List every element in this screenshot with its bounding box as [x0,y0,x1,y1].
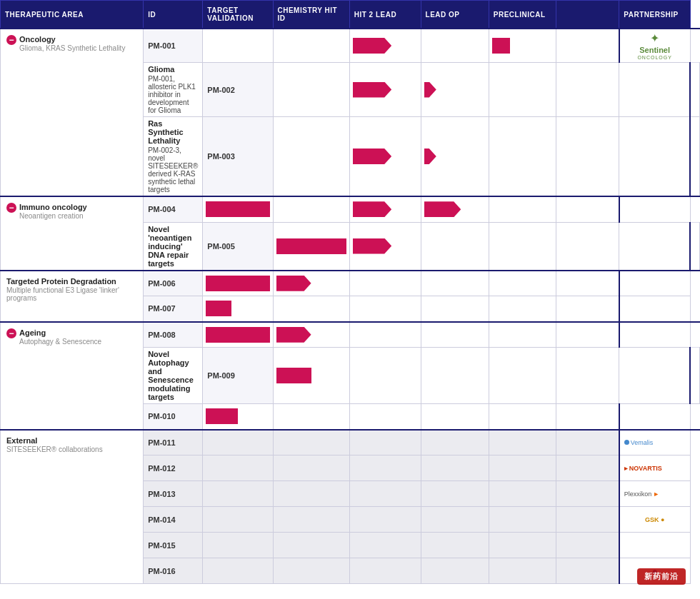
stage-cell-tv [203,558,273,584]
section-title: Immuno oncology [19,203,87,211]
col-header-h2l: HIT 2 LEAD [349,1,421,29]
partner-cell [619,271,690,296]
id-cell: PM-015 [144,533,203,558]
id-cell: PM-004 [144,196,203,222]
stage-cell-chi [349,63,421,117]
stage-cell-h2l [349,507,421,533]
stage-cell-tv [203,404,273,430]
stage-cell-tv [203,296,273,322]
program-desc: PM-001, allosteric PLK1 inhibitor in dev… [148,75,198,114]
stage-cell-h2l [349,404,421,430]
stage-cell-pc [489,271,556,296]
stage-cell-lo [421,507,489,533]
program-title: Novel 'neoantigen inducing' DNA repair t… [148,225,198,268]
id-cell: PM-003 [203,117,273,197]
stage-cell-lo [421,558,489,584]
stage-cell-lo [421,271,489,296]
stage-cell-h2l [349,322,421,348]
stage-cell-lo [421,404,489,430]
table-row: − Oncology Glioma, KRAS Synthetic Lethal… [1,29,700,63]
col-header-pc: PRECLINICAL [489,1,556,29]
partner-cell [619,322,690,348]
stage-cell-tv [203,507,273,533]
stage-cell-ps [556,296,619,322]
stage-cell-pc [489,404,556,430]
stage-cell-lo [421,29,489,63]
id-cell: PM-011 [144,430,203,455]
stage-cell-ps [619,63,690,117]
stage-cell-lo [421,322,489,348]
ta-cell: − Ageing Autophagy & Senescence [1,322,144,430]
stage-cell-chi [273,404,349,430]
ta-cell: − Oncology Glioma, KRAS Synthetic Lethal… [1,29,144,196]
stage-cell-tv [203,322,273,348]
stage-cell-pc [489,322,556,348]
id-cell: PM-006 [144,271,203,296]
section-subtitle: Autophagy & Senescence [19,338,101,346]
stage-cell-ps [619,222,690,271]
stage-cell-lo [421,481,489,507]
stage-cell-tv [273,117,349,197]
watermark: 新药前沿 [637,568,686,584]
partner-cell [690,348,700,404]
id-cell: PM-012 [144,455,203,481]
stage-cell-h2l [421,222,489,271]
stage-cell-h2l [349,481,421,507]
collapse-btn[interactable]: − [6,328,16,338]
stage-cell-ps [556,558,619,584]
stage-cell-h2l [349,430,421,455]
section-title: Targeted Protein Degradation [6,277,137,286]
stage-cell-pc [489,481,556,507]
stage-cell-pc [556,117,619,197]
stage-cell-chi [273,196,349,222]
stage-cell-ps [556,322,619,348]
stage-cell-pc [489,29,556,63]
ta-cell: − Immuno oncology Neoantigen creation [1,196,144,271]
table-row: − Ageing Autophagy & Senescence PM-008 [1,322,700,348]
ta-cell: Ras Synthetic Lethality PM-002-3, novel … [144,117,203,197]
id-cell: PM-005 [203,222,273,271]
collapse-btn[interactable]: − [6,203,16,213]
stage-cell-chi [273,533,349,558]
program-title: Novel Autophagy and Senescence modulatin… [148,350,198,401]
section-title: Ageing [19,328,101,337]
ta-cell: Novel 'neoantigen inducing' DNA repair t… [144,222,203,271]
stage-cell-ps [556,404,619,430]
section-subtitle: Multiple functional E3 Ligase 'linker' p… [6,286,137,302]
stage-cell-ps [556,507,619,533]
partner-cell [690,63,700,117]
stage-cell-tv [273,63,349,117]
ta-cell: Novel Autophagy and Senescence modulatin… [144,348,203,404]
col-header-ta: THERAPEUTIC AREA [1,1,144,29]
stage-cell-ps [556,271,619,296]
stage-cell-chi [349,348,421,404]
stage-cell-tv [203,196,273,222]
stage-cell-chi [273,322,349,348]
col-header-partner: PARTNERSHIP [619,1,690,29]
stage-cell-tv [273,222,349,271]
id-cell: PM-016 [144,558,203,584]
stage-cell-chi [349,117,421,197]
stage-cell-chi [273,481,349,507]
stage-cell-tv [203,455,273,481]
collapse-btn[interactable]: − [6,35,16,45]
stage-cell-chi [273,455,349,481]
stage-cell-h2l [349,296,421,322]
stage-cell-pc [489,455,556,481]
stage-cell-h2l [349,558,421,584]
table-row: − Immuno oncology Neoantigen creation PM… [1,196,700,222]
stage-cell-pc [489,533,556,558]
stage-cell-pc [556,348,619,404]
id-cell: PM-002 [203,63,273,117]
stage-cell-h2l [421,348,489,404]
ta-cell: Glioma PM-001, allosteric PLK1 inhibitor… [144,63,203,117]
stage-cell-chi [273,29,349,63]
partner-cell: Plexxikon ► [619,481,690,507]
table-row: External SITESEEKER® collaborations PM-0… [1,430,700,455]
section-subtitle: Glioma, KRAS Synthetic Lethality [19,44,125,52]
partner-cell [619,196,690,222]
stage-cell-lo [421,430,489,455]
id-cell: PM-009 [203,348,273,404]
stage-cell-ps [556,533,619,558]
stage-cell-ps [556,196,619,222]
